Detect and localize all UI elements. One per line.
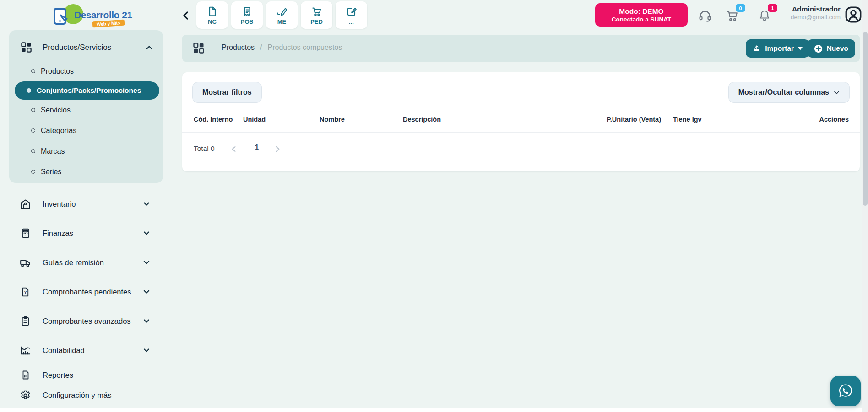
- sidebar-item-comprobantes-avanzados[interactable]: Comprobantes avanzados: [9, 306, 163, 336]
- quick-actions: NC POS ME PED ...: [196, 1, 367, 29]
- avatar[interactable]: [844, 5, 863, 24]
- chevron-down-icon: [143, 289, 150, 294]
- quick-button-me[interactable]: ME: [266, 1, 298, 29]
- receipt-icon: [241, 5, 253, 17]
- breadcrumb-separator: /: [260, 43, 262, 52]
- user-name: Administrador: [776, 5, 841, 13]
- sidebar-item-finanzas[interactable]: Finanzas: [9, 219, 163, 248]
- breadcrumb-productos[interactable]: Productos: [222, 43, 255, 52]
- user-email: demo@gmail.com: [776, 14, 841, 21]
- tablet-icon: [51, 6, 72, 27]
- nuevo-label: Nuevo: [827, 44, 848, 53]
- warehouse-icon: [19, 198, 32, 210]
- sidebar-item-label: Finanzas: [43, 229, 73, 238]
- report-icon: [19, 369, 32, 380]
- quick-button-more[interactable]: ...: [336, 1, 367, 29]
- page-scrollbar[interactable]: [862, 0, 868, 412]
- sidebar-item-inventario[interactable]: Inventario: [9, 189, 163, 219]
- sidebar-item-servicios[interactable]: Servicios: [9, 100, 163, 120]
- sidebar-item-series[interactable]: Series: [9, 161, 163, 182]
- caret-down-icon: [798, 47, 803, 50]
- gear-icon: [19, 389, 32, 401]
- truck-icon: [19, 257, 32, 269]
- mode-badge-line2: Conectado a SUNAT: [612, 16, 671, 23]
- clipboard-icon: [19, 316, 32, 327]
- scrollbar-thumb[interactable]: [863, 32, 868, 206]
- sidebar-item-label: Reportes: [43, 371, 73, 380]
- edit-square-icon: [346, 5, 358, 17]
- pagination-next-button[interactable]: [272, 144, 283, 155]
- sidebar-item-conjuntos-packs-promociones[interactable]: Conjuntos/Packs/Promociones: [15, 81, 159, 100]
- user-menu[interactable]: Administrador demo@gmail.com: [776, 5, 841, 21]
- column-header-unidad[interactable]: Unidad: [243, 116, 266, 123]
- sidebar-item-contabilidad[interactable]: Contabilidad: [9, 336, 163, 365]
- support-button[interactable]: [697, 7, 713, 24]
- pagination-total: Total 0: [194, 144, 215, 153]
- demo-mode-badge[interactable]: Modo: DEMO Conectado a SUNAT: [595, 3, 688, 27]
- sidebar-item-label: Categorías: [41, 127, 76, 135]
- quick-button-label: ...: [349, 18, 354, 25]
- show-filters-button[interactable]: Mostrar filtros: [192, 82, 262, 103]
- toggle-columns-button[interactable]: Mostrar/Ocultar columnas: [728, 82, 850, 103]
- collapse-sidebar-button[interactable]: [179, 10, 191, 21]
- sidebar-item-label: Inventario: [43, 200, 76, 209]
- bullet-icon: [31, 128, 35, 133]
- document-question-icon: ?: [19, 286, 32, 298]
- quick-button-label: ME: [277, 18, 287, 25]
- chevron-down-icon: [143, 318, 150, 324]
- sidebar-item-label: Comprobantes avanzados: [43, 317, 131, 326]
- cart-icon: [311, 5, 323, 17]
- sidebar-item-label: Conjuntos/Packs/Promociones: [37, 86, 141, 95]
- page-bottom-band: [0, 408, 862, 412]
- sidebar-item-guias-de-remision[interactable]: Guías de remisión: [9, 248, 163, 277]
- column-header-tiene-igv[interactable]: Tiene Igv: [673, 116, 702, 123]
- sidebar-item-comprobantes-pendientes[interactable]: ? Comprobantes pendientes: [9, 277, 163, 306]
- quick-button-ped[interactable]: PED: [301, 1, 332, 29]
- bullet-icon: [31, 69, 35, 73]
- sidebar-item-marcas[interactable]: Marcas: [9, 141, 163, 161]
- quick-button-nc[interactable]: NC: [196, 1, 228, 29]
- chevron-left-icon: [182, 11, 189, 20]
- chevron-down-icon: [143, 230, 150, 236]
- quick-button-label: POS: [241, 18, 253, 25]
- pagination-page-1[interactable]: 1: [250, 144, 264, 152]
- sidebar-item-label: Series: [41, 168, 61, 176]
- mode-badge-line1: Modo: DEMO: [619, 7, 663, 16]
- document-icon: [206, 5, 218, 17]
- headset-icon: [698, 8, 712, 23]
- importar-button[interactable]: Importar: [746, 39, 809, 58]
- column-header-p-unitario[interactable]: P.Unitario (Venta): [607, 116, 661, 123]
- sidebar-item-label: Comprobantes pendientes: [43, 288, 131, 296]
- sidebar-section-label: Productos/Servicios: [43, 43, 111, 52]
- column-header-descripcion[interactable]: Descripción: [403, 116, 441, 123]
- sidebar-item-categorias[interactable]: Categorías: [9, 120, 163, 141]
- sidebar-item-label: Servicios: [41, 106, 71, 114]
- brand-tagline: Web y Más: [92, 20, 125, 28]
- table-divider: [182, 132, 860, 133]
- pagination-prev-button[interactable]: [228, 144, 239, 155]
- sidebar-item-productos-servicios[interactable]: Productos/Servicios: [9, 30, 163, 54]
- chart-icon: [19, 344, 32, 357]
- chevron-down-icon: [143, 348, 150, 353]
- sidebar-nav: Inventario Finanzas Guías de remisión ? …: [9, 189, 163, 405]
- sidebar-item-configuracion[interactable]: Configuración y más: [9, 385, 163, 405]
- column-header-cod-interno[interactable]: Cód. Interno: [194, 116, 233, 123]
- brand-logo[interactable]: Desarrollo 21 Web y Más: [48, 2, 128, 28]
- bullet-icon: [31, 149, 35, 153]
- whatsapp-button[interactable]: [830, 376, 861, 406]
- sidebar-item-productos[interactable]: Productos: [9, 61, 163, 81]
- importar-label: Importar: [765, 44, 794, 53]
- nuevo-button[interactable]: Nuevo: [807, 39, 855, 58]
- pen-sign-icon: [276, 5, 288, 17]
- sidebar-item-reportes[interactable]: Reportes: [9, 365, 163, 385]
- quick-button-pos[interactable]: POS: [231, 1, 263, 29]
- upload-icon: [753, 44, 761, 53]
- column-header-nombre[interactable]: Nombre: [320, 116, 345, 123]
- plus-circle-icon: [814, 44, 823, 53]
- card-footer-divider: [182, 161, 860, 161]
- show-filters-label: Mostrar filtros: [202, 88, 252, 96]
- cart-button[interactable]: 0: [724, 7, 741, 24]
- sidebar-item-label: Contabilidad: [43, 346, 85, 355]
- notifications-button[interactable]: 1: [756, 7, 773, 24]
- avatar-icon: [844, 5, 863, 24]
